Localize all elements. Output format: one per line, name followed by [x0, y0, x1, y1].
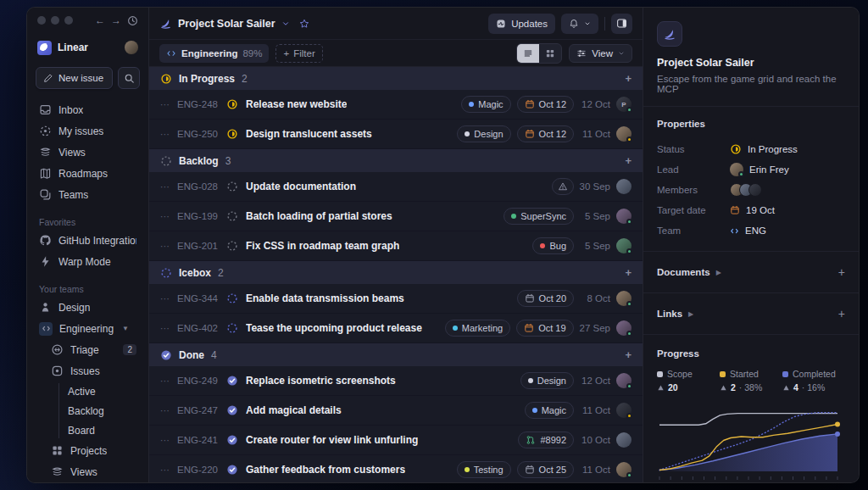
label-chip-bug[interactable]: Bug	[532, 237, 574, 254]
due-date-chip[interactable]: Oct 12	[517, 96, 574, 113]
team-subitem-triage[interactable]: Triage2	[36, 339, 140, 360]
add-document-button[interactable]: +	[838, 265, 845, 279]
issue-row-eng-248[interactable]: ⋯ENG-248Release new websiteMagicOct 1212…	[149, 90, 643, 120]
issue-row-eng-199[interactable]: ⋯ENG-199Batch loading of partial storesS…	[149, 202, 643, 231]
label-chip-marketing[interactable]: Marketing	[445, 320, 510, 337]
row-menu-icon[interactable]: ⋯	[160, 181, 177, 192]
workspace-switcher[interactable]: Linear	[36, 36, 140, 60]
property-value[interactable]: Erin Frey	[730, 163, 789, 176]
issue-row-eng-028[interactable]: ⋯ENG-028Update documentation30 Sep	[149, 172, 643, 202]
assignee-avatar[interactable]	[616, 179, 632, 194]
traffic-light-maximize[interactable]	[64, 16, 73, 25]
assignee-avatar[interactable]	[616, 373, 632, 388]
row-menu-icon[interactable]: ⋯	[160, 211, 177, 222]
assignee-avatar[interactable]	[616, 126, 632, 142]
updates-button[interactable]: Updates	[488, 14, 555, 34]
tree-item-backlog[interactable]: Backlog	[59, 401, 140, 420]
label-chip-design[interactable]: Design	[520, 372, 574, 389]
row-menu-icon[interactable]: ⋯	[160, 241, 177, 252]
pr-link-chip[interactable]: #8992	[518, 432, 574, 448]
team-item-design[interactable]: Design	[36, 297, 140, 318]
label-chip-magic[interactable]: Magic	[461, 96, 510, 113]
assignee-avatar[interactable]	[616, 403, 632, 418]
row-menu-icon[interactable]: ⋯	[160, 376, 177, 387]
due-date-chip[interactable]: Oct 25	[517, 461, 574, 478]
label-chip-testing[interactable]: Testing	[457, 461, 511, 478]
back-button[interactable]: ←	[95, 14, 105, 26]
issue-row-eng-220[interactable]: ⋯ENG-220Gather feedback from customersTe…	[149, 455, 643, 482]
project-icon-tile[interactable]	[657, 21, 682, 47]
issue-row-eng-247[interactable]: ⋯ENG-247Add magical detailsMagic11 Oct	[149, 396, 643, 426]
search-button[interactable]	[118, 67, 140, 89]
favorite-star-icon[interactable]	[299, 19, 309, 29]
sidebar-item-roadmaps[interactable]: Roadmaps	[36, 163, 140, 184]
assignee-avatar[interactable]	[616, 432, 632, 448]
assignee-avatar[interactable]	[616, 238, 632, 253]
add-issue-button[interactable]: +	[625, 266, 632, 279]
documents-row[interactable]: Documents ▶ +	[657, 252, 845, 292]
assignee-avatar[interactable]	[616, 291, 632, 306]
notifications-button[interactable]	[561, 14, 598, 34]
row-menu-icon[interactable]: ⋯	[160, 323, 177, 334]
new-issue-button[interactable]: New issue	[36, 67, 113, 89]
board-view-button[interactable]	[539, 44, 561, 63]
add-filter-button[interactable]: + Filter	[275, 44, 322, 63]
team-subitem-views[interactable]: Views	[36, 461, 140, 482]
add-issue-button[interactable]: +	[625, 348, 632, 361]
favorite-item-warp-mode[interactable]: Warp Mode	[36, 251, 140, 272]
due-date-chip[interactable]: Oct 12	[517, 125, 574, 142]
property-value[interactable]: In Progress	[730, 143, 798, 155]
add-issue-button[interactable]: +	[625, 72, 632, 85]
label-dot	[465, 467, 470, 472]
warning-chip[interactable]	[552, 178, 574, 195]
sidebar-item-my-issues[interactable]: My issues	[36, 120, 140, 142]
favorite-item-github-integration[interactable]: GitHub Integration	[36, 230, 140, 251]
issue-row-eng-344[interactable]: ⋯ENG-344Enable data transmission beamsOc…	[149, 284, 643, 314]
row-menu-icon[interactable]: ⋯	[160, 99, 177, 110]
row-menu-icon[interactable]: ⋯	[160, 405, 177, 416]
links-row[interactable]: Links ▶ +	[657, 293, 845, 334]
team-filter-chip[interactable]: Engineering 89%	[159, 44, 269, 63]
due-date-chip[interactable]: Oct 19	[516, 320, 573, 337]
add-link-button[interactable]: +	[838, 307, 845, 320]
row-menu-icon[interactable]: ⋯	[160, 293, 177, 304]
user-avatar[interactable]	[125, 41, 138, 54]
row-menu-icon[interactable]: ⋯	[160, 435, 177, 446]
view-options-button[interactable]: View	[569, 44, 632, 63]
add-issue-button[interactable]: +	[625, 154, 632, 167]
label-chip-supersync[interactable]: SuperSync	[504, 208, 574, 225]
history-clock-icon[interactable]	[127, 15, 138, 26]
due-date-chip[interactable]: Oct 20	[517, 290, 574, 307]
project-title[interactable]: Project Solar Sailer	[178, 18, 275, 30]
tree-item-board[interactable]: Board	[59, 420, 140, 440]
property-value[interactable]: ENG	[730, 226, 766, 236]
forward-button[interactable]: →	[111, 14, 121, 26]
traffic-light-minimize[interactable]	[51, 16, 59, 25]
assignee-avatar[interactable]	[616, 320, 632, 336]
chevron-down-icon[interactable]	[281, 19, 290, 28]
issue-row-eng-249[interactable]: ⋯ENG-249Replace isometric screenshotsDes…	[149, 366, 643, 396]
list-view-button[interactable]	[517, 44, 539, 63]
issue-row-eng-402[interactable]: ⋯ENG-402Tease the upcoming product relea…	[149, 314, 643, 343]
tree-item-active[interactable]: Active	[59, 381, 140, 401]
traffic-light-close[interactable]	[37, 16, 46, 25]
team-item-engineering[interactable]: Engineering▼	[36, 318, 140, 339]
label-chip-design[interactable]: Design	[457, 125, 510, 142]
property-value[interactable]	[730, 183, 762, 197]
issue-row-eng-201[interactable]: ⋯ENG-201Fix CSS in roadmap team graphBug…	[149, 231, 643, 261]
assignee-avatar[interactable]	[616, 462, 632, 477]
team-subitem-projects[interactable]: Projects	[36, 440, 140, 461]
issue-row-eng-241[interactable]: ⋯ENG-241Create router for view link unfu…	[149, 426, 643, 455]
row-menu-icon[interactable]: ⋯	[160, 465, 177, 476]
label-chip-magic[interactable]: Magic	[525, 402, 574, 419]
property-value[interactable]: 19 Oct	[730, 205, 775, 215]
assignee-avatar[interactable]	[616, 209, 632, 224]
sidebar-item-views[interactable]: Views	[36, 142, 140, 163]
toggle-right-panel-button[interactable]	[611, 14, 632, 34]
sidebar-item-inbox[interactable]: Inbox	[36, 99, 140, 120]
issue-row-eng-250[interactable]: ⋯ENG-250Design translucent assetsDesignO…	[149, 120, 643, 149]
sidebar-item-teams[interactable]: Teams	[36, 184, 140, 205]
assignee-avatar[interactable]: P	[616, 97, 632, 112]
team-subitem-issues[interactable]: Issues	[36, 360, 140, 381]
row-menu-icon[interactable]: ⋯	[160, 129, 177, 140]
